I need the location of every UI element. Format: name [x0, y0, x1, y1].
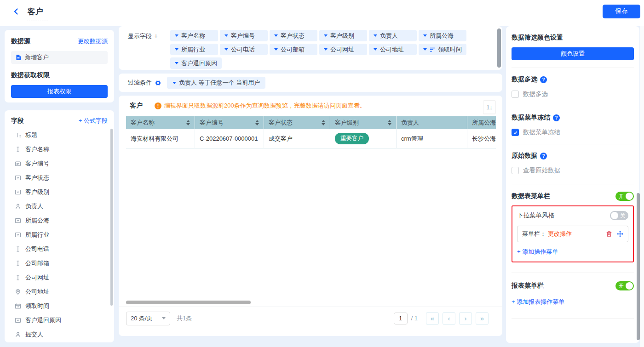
checkbox-unchecked[interactable]	[512, 91, 519, 98]
display-field-chip[interactable]: 客户编号	[220, 30, 268, 41]
change-datasource-link[interactable]: 更改数据源	[78, 37, 108, 46]
display-field-chip[interactable]: 客户级别	[319, 30, 367, 41]
column-header[interactable]: 所属公海	[467, 116, 496, 129]
chevron-down-icon[interactable]	[224, 34, 228, 37]
prev-page-button[interactable]: ‹	[443, 312, 455, 325]
table-row[interactable]: 海安材料有限公司 C-20220607-0000001 成交客户 重要客户 cr…	[126, 129, 496, 148]
sort-icon[interactable]	[322, 120, 325, 125]
dropdown-style-toggle[interactable]: 关	[610, 211, 628, 220]
display-fields-scrollbar[interactable]	[497, 28, 501, 68]
chevron-down-icon[interactable]	[224, 48, 228, 51]
help-icon[interactable]: ?	[540, 153, 547, 159]
display-field-chip[interactable]: 公司地址	[369, 44, 417, 55]
menu-freeze-checkbox-row[interactable]: 数据菜单冻结	[512, 128, 634, 137]
field-item[interactable]: 领取时间	[11, 299, 108, 313]
multi-select-checkbox-row[interactable]: 数据多选	[512, 90, 634, 98]
menu-bar-item[interactable]: 菜单栏： 更改操作	[517, 226, 628, 242]
select-icon	[15, 317, 21, 324]
add-display-field-button[interactable]: +	[154, 32, 158, 40]
column-header[interactable]: 客户编号	[195, 116, 264, 129]
report-permission-button[interactable]: 报表权限	[11, 85, 108, 98]
field-item[interactable]: 提交人	[11, 327, 108, 341]
help-icon[interactable]: ?	[540, 76, 547, 83]
column-header[interactable]: 客户级别	[330, 116, 397, 129]
chevron-down-icon[interactable]	[324, 48, 328, 51]
page-scrollbar-track	[640, 26, 644, 347]
last-page-button[interactable]: »	[476, 312, 489, 325]
raw-data-title: 原始数据 ?	[512, 152, 634, 160]
display-field-chip[interactable]: 公司电话	[220, 44, 268, 55]
datasource-item[interactable]: 新增客户	[11, 51, 108, 64]
chevron-down-icon[interactable]	[374, 34, 377, 37]
chevron-down-icon[interactable]	[274, 34, 278, 37]
add-formula-field-link[interactable]: + 公式字段	[79, 117, 108, 125]
save-button[interactable]: 保存	[603, 5, 640, 18]
chevron-down-icon[interactable]	[175, 62, 178, 64]
field-item[interactable]: 客户编号	[11, 156, 108, 171]
field-item[interactable]: 公司邮箱	[11, 256, 108, 270]
field-label: 所属公海	[25, 216, 49, 225]
field-item[interactable]: 所属公海	[11, 213, 108, 228]
color-settings-button[interactable]: 颜色设置	[512, 47, 634, 60]
field-item[interactable]: 客户名称	[11, 142, 108, 156]
field-item[interactable]: 客户状态	[11, 171, 108, 185]
page-size-select[interactable]: 20 条/页	[126, 312, 170, 325]
add-action-menu-link[interactable]: + 添加操作菜单	[517, 248, 558, 255]
filter-condition-chip[interactable]: 负责人 等于任意一个 当前用户	[167, 77, 265, 89]
field-label: 公司邮箱	[25, 259, 49, 267]
chevron-down-icon[interactable]	[175, 48, 178, 51]
display-field-chip[interactable]: 负责人	[369, 30, 417, 41]
display-field-chip-sorted[interactable]: 领取时间	[419, 44, 466, 55]
sort-order-button[interactable]: 1↓	[483, 100, 496, 114]
first-page-button[interactable]: «	[426, 312, 439, 325]
add-report-menu-link[interactable]: + 添加报表操作菜单	[512, 298, 564, 305]
menu-item-value[interactable]: 更改操作	[548, 230, 572, 238]
display-field-chip[interactable]: 客户名称	[170, 30, 218, 41]
column-header[interactable]: 负责人	[397, 116, 467, 129]
field-item[interactable]: 客户级别	[11, 185, 108, 199]
chevron-down-icon[interactable]	[423, 34, 427, 37]
field-item[interactable]: 客户退回原因	[11, 313, 108, 327]
chevron-down-icon[interactable]	[274, 48, 278, 51]
display-field-chip[interactable]: 公司网址	[319, 44, 367, 55]
back-icon[interactable]	[12, 7, 20, 17]
gear-icon[interactable]	[155, 80, 161, 86]
cell-customer-name: 海安材料有限公司	[126, 129, 195, 148]
field-item[interactable]: 负责人	[11, 199, 108, 213]
field-item[interactable]: 公司电话	[11, 242, 108, 256]
next-page-button[interactable]: ›	[459, 312, 472, 325]
move-icon[interactable]	[617, 231, 623, 237]
raw-data-checkbox-row[interactable]: 查看原始数据	[512, 166, 634, 175]
fields-scrollbar[interactable]	[110, 129, 113, 306]
table-menu-toggle[interactable]: 开	[615, 192, 634, 201]
sort-icon[interactable]	[186, 120, 190, 125]
display-field-chip[interactable]: 公司邮箱	[270, 44, 317, 55]
checkbox-checked[interactable]	[512, 129, 519, 136]
chevron-down-icon[interactable]	[175, 34, 178, 37]
field-item[interactable]: 所属行业	[11, 228, 108, 242]
sort-icon[interactable]	[255, 120, 259, 125]
page-number-input[interactable]: 1	[394, 313, 408, 324]
help-icon[interactable]: ?	[553, 114, 560, 121]
display-field-chip[interactable]: 所属公海	[419, 30, 466, 41]
text-icon	[15, 260, 21, 267]
report-menu-toggle[interactable]: 开	[615, 281, 634, 290]
chevron-down-icon[interactable]	[374, 48, 377, 51]
field-item[interactable]: 公司网址	[11, 270, 108, 284]
chevron-down-icon[interactable]	[324, 34, 328, 37]
display-field-chip[interactable]: 客户退回原因	[170, 57, 222, 69]
horizontal-scrollbar[interactable]	[126, 301, 251, 304]
page-title[interactable]: 客户	[27, 6, 48, 21]
column-header[interactable]: 客户名称	[126, 116, 195, 129]
display-field-chip[interactable]: 所属行业	[170, 44, 218, 55]
chevron-down-icon[interactable]	[172, 82, 176, 84]
chevron-down-icon[interactable]	[423, 48, 427, 51]
sort-icon[interactable]	[388, 120, 391, 125]
trash-icon[interactable]	[606, 231, 612, 237]
page-scrollbar[interactable]	[637, 193, 640, 340]
checkbox-unchecked[interactable]	[512, 167, 519, 174]
display-field-chip[interactable]: 客户状态	[270, 30, 317, 41]
column-header[interactable]: 客户状态	[264, 116, 330, 129]
field-item[interactable]: 标题	[11, 128, 108, 142]
field-item[interactable]: 公司地址	[11, 284, 108, 299]
